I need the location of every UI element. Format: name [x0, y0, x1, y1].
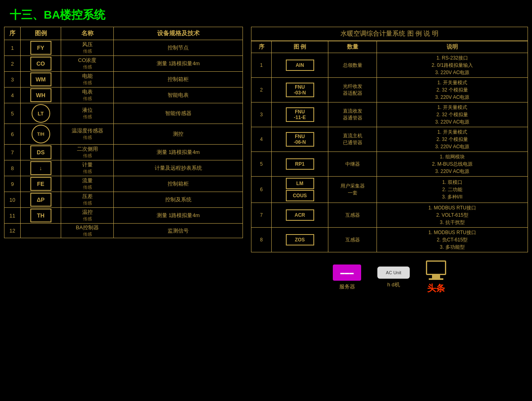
row-num: 11: [4, 208, 21, 224]
row-num: 12: [4, 224, 21, 238]
row-num: 7: [4, 145, 21, 160]
left-table-row: 4WH电表传感智能电表: [4, 87, 243, 103]
computer-icon-item: 头条: [426, 260, 446, 294]
right-row-notes: 1. MODBUS RTU接口 2. 负CT-615型 3. 多功能型: [377, 228, 528, 252]
right-table-row: 6LMCOUS用户采集器 一套1. 双模口 2. 二功能 3. 多种I/II: [251, 177, 528, 203]
left-table-row: 8↓计量传感计量及远程抄表系统: [4, 160, 243, 176]
right-col-symbol: 图 例: [272, 41, 328, 53]
left-table-row: 6T/H温湿度传感器传感测控: [4, 124, 243, 145]
right-row-num: 3: [251, 102, 272, 127]
right-symbol-box: FNU -03-N: [286, 83, 314, 97]
row-symbol: [21, 224, 61, 238]
printer-icon-item: ▬▬▬ 服务器: [333, 264, 361, 290]
row-name: 温控传感: [61, 208, 114, 224]
ac-unit-icon: AC Unit: [377, 267, 410, 279]
col-name: 名称: [61, 27, 114, 40]
right-symbol-box: ZOS: [286, 234, 314, 245]
right-row-num: 4: [251, 127, 272, 152]
right-row-notes: 1. 开关量模式 2. 32 个模拟量 3. 220V AC电源: [377, 127, 528, 152]
row-name: 电表传感: [61, 87, 114, 103]
row-num: 8: [4, 160, 21, 176]
right-table-row: 4FNU -06-N直流主机 已通管器1. 开关量模式 2. 32 个模拟量 3…: [251, 127, 528, 152]
right-row-notes: 1. MODBUS RTU接口 2. VOLT-615型 3. 抗干扰型: [377, 203, 528, 228]
double-box-symbol: LMCOUS: [274, 178, 326, 201]
right-table-row: 3FNU -11-E直流收发 器通管器1. 开关量模式 2. 32 个模拟量 3…: [251, 102, 528, 127]
right-col-notes: 说明: [377, 41, 528, 53]
right-row-num: 6: [251, 177, 272, 203]
row-num: 3: [4, 72, 21, 87]
row-name: 液位传感: [61, 103, 114, 124]
right-table-row: 8ZOS互感器1. MODBUS RTU接口 2. 负CT-615型 3. 多功…: [251, 228, 528, 252]
ac-label: h d机: [387, 281, 400, 288]
right-table-row: 2FNU -03-N光纤收发 器适配器1. 开关量模式 2. 32 个模拟量 3…: [251, 78, 528, 102]
symbol-box-part: COUS: [286, 190, 314, 201]
row-symbol: CO: [21, 56, 61, 72]
ac-icon-item: AC Unit h d机: [377, 267, 410, 288]
row-desc: 监测信号: [114, 224, 243, 238]
row-symbol: LT: [21, 103, 61, 124]
right-row-qty: 用户采集器 一套: [328, 177, 377, 203]
left-table-row: 10ΔP压差传感控制及系统: [4, 192, 243, 208]
symbol-circle: LT: [32, 104, 50, 123]
symbol-box: TH: [30, 209, 51, 222]
right-row-num: 7: [251, 203, 272, 228]
row-num: 4: [4, 87, 21, 103]
right-row-qty: 中继器: [328, 152, 377, 177]
right-row-symbol: FNU -11-E: [272, 102, 328, 127]
left-table-row: 11TH温控传感测量 1路模拟量4m: [4, 208, 243, 224]
right-row-num: 8: [251, 228, 272, 252]
right-row-notes: 1. 开关量模式 2. 32 个模拟量 3. 220V AC电源: [377, 78, 528, 102]
row-name: 风压传感: [61, 40, 114, 56]
right-section: 水暖空调综合计量系统 图 例 说 明 序 图 例 数量 说明 1AIN总领数量1…: [251, 27, 528, 303]
page-title: 十三、BA楼控系统: [0, 0, 532, 27]
row-symbol: TH: [21, 208, 61, 224]
computer-label: 头条: [427, 282, 445, 294]
left-table-row: 12BA控制器传感监测信号: [4, 224, 243, 238]
row-desc: 控制箱柜: [114, 72, 243, 87]
symbol-box: ΔP: [30, 193, 51, 207]
symbol-circle-th: T/H: [32, 125, 50, 143]
symbol-box: FY: [30, 41, 51, 55]
left-table-row: 3WM电能传感控制箱柜: [4, 72, 243, 87]
row-symbol: WH: [21, 87, 61, 103]
right-title: 水暖空调综合计量系统 图 例 说 明: [251, 27, 528, 41]
row-desc: 智能传感器: [114, 103, 243, 124]
right-row-symbol: ACR: [272, 203, 328, 228]
right-row-symbol: ZOS: [272, 228, 328, 252]
symbol-box: WM: [30, 73, 51, 86]
row-num: 1: [4, 40, 21, 56]
col-desc: 设备规格及技术: [114, 27, 243, 40]
right-row-notes: 1. 组网模块 2. M-BUS总线电源 3. 220V AC电源: [377, 152, 528, 177]
row-num: 9: [4, 176, 21, 192]
col-symbol: 图例: [21, 27, 61, 40]
symbol-box: FE: [30, 177, 51, 191]
symbol-box: ↓: [30, 161, 51, 175]
row-name: BA控制器传感: [61, 224, 114, 238]
right-row-symbol: FNU -06-N: [272, 127, 328, 152]
right-symbol-box: RP1: [286, 158, 314, 170]
right-row-notes: 1. 开关量模式 2. 32 个模拟量 3. 220V AC电源: [377, 102, 528, 127]
monitor-base: [429, 278, 443, 280]
right-symbol-box: FNU -11-E: [286, 107, 314, 122]
right-row-notes: 1. 双模口 2. 二功能 3. 多种I/II: [377, 177, 528, 203]
monitor-stand: [432, 275, 440, 278]
col-num: 序: [4, 27, 21, 40]
right-row-qty: 直流收发 器通管器: [328, 102, 377, 127]
bottom-icons-area: ▬▬▬ 服务器 AC Unit h d机 头条: [251, 252, 528, 303]
row-name: 温湿度传感器传感: [61, 124, 114, 145]
right-row-qty: 光纤收发 器适配器: [328, 78, 377, 102]
left-table: 序 图例 名称 设备规格及技术 1FY风压传感控制节点2COCO浓度传感测量 1…: [4, 27, 243, 238]
right-symbol-box: AIN: [286, 60, 314, 71]
row-symbol: FY: [21, 40, 61, 56]
row-name: 计量传感: [61, 160, 114, 176]
right-row-symbol: LMCOUS: [272, 177, 328, 203]
right-col-qty: 数量: [328, 41, 377, 53]
right-row-num: 2: [251, 78, 272, 102]
right-row-notes: 1. RS-232接口 2. 0/1路模拟量输入 3. 220V AC电源: [377, 53, 528, 78]
right-row-symbol: AIN: [272, 53, 328, 78]
row-symbol: DS: [21, 145, 61, 160]
left-table-row: 1FY风压传感控制节点: [4, 40, 243, 56]
printer-label: 服务器: [339, 283, 355, 290]
row-name: 电能传感: [61, 72, 114, 87]
right-symbol-box: FNU -06-N: [286, 132, 314, 147]
